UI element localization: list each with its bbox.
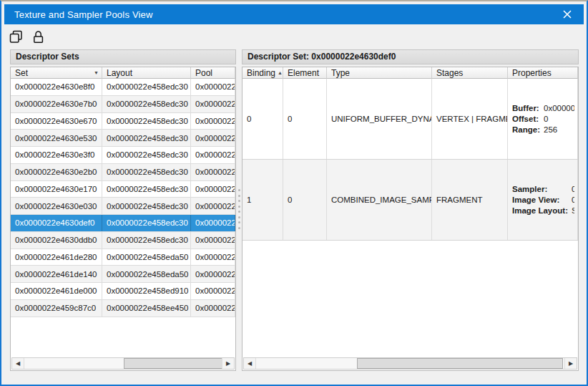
property-label: Offset: bbox=[512, 114, 540, 125]
descriptor-set-row[interactable]: 0x0000022e461de280 0x0000022e458eda50 0x… bbox=[11, 249, 235, 266]
descriptor-set-row[interactable]: 0x0000022e4630e2b0 0x0000022e458edc30 0x… bbox=[11, 164, 235, 181]
pool-cell: 0x0000022e4 bbox=[191, 113, 235, 130]
close-button[interactable] bbox=[558, 4, 577, 24]
column-header-set-label: Set bbox=[15, 68, 28, 78]
set-cell: 0x0000022e4630e170 bbox=[11, 181, 102, 198]
column-header-stages[interactable]: Stages bbox=[432, 67, 508, 79]
column-header-properties-label: Properties bbox=[512, 68, 552, 78]
set-cell: 0x0000022e4630ddb0 bbox=[11, 232, 102, 249]
pool-cell: 0x0000022e4 bbox=[191, 147, 235, 163]
descriptor-set-row[interactable]: 0x0000022e4630e030 0x0000022e458edc30 0x… bbox=[11, 198, 235, 215]
column-header-type-label: Type bbox=[331, 68, 350, 78]
set-cell: 0x0000022e4630e670 bbox=[11, 113, 102, 130]
window-title: Texture and Sampler Pools View bbox=[4, 9, 153, 20]
column-header-element[interactable]: Element bbox=[283, 67, 327, 79]
descriptor-set-row[interactable]: 0x0000022e4630ddb0 0x0000022e458edc30 0x… bbox=[11, 232, 235, 249]
set-cell: 0x0000022e4630e030 bbox=[11, 198, 102, 214]
descriptor-sets-caption: Descriptor Sets bbox=[10, 49, 236, 64]
set-cell: 0x0000022e459c87c0 bbox=[11, 300, 102, 317]
descriptor-set-row[interactable]: 0x0000022e461de140 0x0000022e458eda50 0x… bbox=[11, 266, 235, 283]
scrollbar-thumb[interactable] bbox=[357, 358, 563, 369]
layout-cell: 0x0000022e458edc30 bbox=[102, 198, 191, 214]
descriptor-set-row[interactable]: 0x0000022e4630e170 0x0000022e458edc30 0x… bbox=[11, 181, 235, 198]
descriptor-sets-header: Set ▼ Layout Pool bbox=[11, 67, 235, 79]
column-header-layout[interactable]: Layout bbox=[102, 67, 191, 79]
lock-view-button[interactable] bbox=[30, 28, 47, 45]
element-cell: 0 bbox=[283, 160, 327, 240]
layout-cell: 0x0000022e458edc30 bbox=[102, 232, 191, 249]
scrollbar-thumb[interactable] bbox=[124, 358, 223, 369]
close-icon bbox=[562, 9, 572, 19]
layout-cell: 0x0000022e458edc30 bbox=[102, 96, 191, 112]
pool-cell: 0x0000022e4 bbox=[191, 232, 235, 249]
binding-row[interactable]: 1 0 COMBINED_IMAGE_SAMPLER FRAGMENT Samp… bbox=[242, 160, 578, 241]
column-header-binding[interactable]: Binding ▲ bbox=[242, 67, 283, 79]
descriptor-set-row[interactable]: 0x0000022e4630def0 0x0000022e458edc30 0x… bbox=[11, 215, 235, 232]
titlebar[interactable]: Texture and Sampler Pools View bbox=[4, 4, 584, 24]
stages-cell: FRAGMENT bbox=[432, 160, 508, 240]
descriptor-set-row[interactable]: 0x0000022e4630e8f0 0x0000022e458edc30 0x… bbox=[11, 79, 235, 96]
pool-cell: 0x0000022e4 bbox=[191, 283, 235, 299]
panel-splitter-handle[interactable] bbox=[237, 189, 242, 229]
descriptor-set-row[interactable]: 0x0000022e4630e7b0 0x0000022e458edc30 0x… bbox=[11, 96, 235, 113]
descriptor-set-row[interactable]: 0x0000022e4630e530 0x0000022e458edc30 0x… bbox=[11, 130, 235, 147]
descriptor-set-row[interactable]: 0x0000022e4630e670 0x0000022e458edc30 0x… bbox=[11, 113, 235, 130]
descriptor-set-row[interactable]: 0x0000022e461de000 0x0000022e458ed910 0x… bbox=[11, 283, 235, 300]
set-cell: 0x0000022e4630def0 bbox=[11, 215, 102, 231]
descriptor-detail-hscrollbar[interactable]: ◀ ▶ bbox=[243, 357, 577, 370]
column-header-type[interactable]: Type bbox=[327, 67, 432, 79]
layout-cell: 0x0000022e458edc30 bbox=[102, 79, 191, 95]
pool-cell: 0x0000022e4 bbox=[191, 164, 235, 180]
properties-cell: Sampler: 0x0 Image View: 0x0 Image Layou… bbox=[508, 160, 578, 240]
descriptor-set-row[interactable]: 0x0000022e4630e3f0 0x0000022e458edc30 0x… bbox=[11, 147, 235, 164]
column-header-element-label: Element bbox=[288, 68, 319, 78]
property-label: Range: bbox=[512, 125, 540, 135]
property-value: 256 bbox=[544, 125, 574, 135]
binding-row[interactable]: 0 0 UNIFORM_BUFFER_DYNAMIC VERTEX | FRAG… bbox=[242, 79, 578, 160]
property-label: Image Layout: bbox=[512, 206, 568, 216]
layout-cell: 0x0000022e458ee450 bbox=[102, 300, 191, 317]
sort-ascending-icon: ▲ bbox=[278, 70, 283, 75]
descriptor-sets-table: Set ▼ Layout Pool 0x0000022e4630e8f0 0x0… bbox=[10, 67, 236, 371]
descriptor-sets-hscrollbar[interactable]: ◀ ▶ bbox=[11, 357, 235, 370]
column-header-stages-label: Stages bbox=[436, 68, 463, 78]
scroll-right-arrow-icon[interactable]: ▶ bbox=[222, 358, 234, 369]
column-header-properties[interactable]: Properties bbox=[508, 67, 578, 79]
descriptor-set-detail-caption: Descriptor Set: 0x0000022e4630def0 bbox=[242, 49, 579, 64]
lock-icon bbox=[31, 29, 46, 44]
pool-cell: 0x0000022e4 bbox=[191, 130, 235, 146]
column-header-set[interactable]: Set ▼ bbox=[11, 67, 102, 79]
pool-cell: 0x0000022e4 bbox=[191, 181, 235, 198]
set-cell: 0x0000022e4630e8f0 bbox=[11, 79, 102, 95]
property-label: Image View: bbox=[512, 195, 568, 206]
set-cell: 0x0000022e4630e7b0 bbox=[11, 96, 102, 112]
pool-cell: 0x0000022e4 bbox=[191, 215, 235, 231]
column-header-binding-label: Binding bbox=[247, 68, 275, 78]
duplicate-view-button[interactable] bbox=[8, 28, 25, 45]
layout-cell: 0x0000022e458ed910 bbox=[102, 283, 191, 299]
property-value: 0x0 bbox=[572, 184, 574, 195]
column-header-pool[interactable]: Pool bbox=[191, 67, 235, 79]
property-value: SH bbox=[572, 206, 574, 216]
pool-cell: 0x0000022e4 bbox=[191, 249, 235, 266]
layout-cell: 0x0000022e458edc30 bbox=[102, 147, 191, 163]
layout-cell: 0x0000022e458edc30 bbox=[102, 164, 191, 180]
property-value: 0 bbox=[544, 114, 574, 125]
binding-cell: 1 bbox=[242, 160, 283, 240]
set-cell: 0x0000022e4630e3f0 bbox=[11, 147, 102, 163]
column-header-layout-label: Layout bbox=[107, 68, 132, 78]
descriptor-set-row[interactable]: 0x0000022e459c87c0 0x0000022e458ee450 0x… bbox=[11, 300, 235, 317]
layout-cell: 0x0000022e458edc30 bbox=[102, 113, 191, 130]
layout-cell: 0x0000022e458edc30 bbox=[102, 215, 191, 231]
column-header-pool-label: Pool bbox=[195, 68, 212, 78]
scroll-right-arrow-icon[interactable]: ▶ bbox=[564, 358, 577, 369]
set-cell: 0x0000022e4630e530 bbox=[11, 130, 102, 146]
pool-cell: 0x0000022e4 bbox=[191, 79, 235, 95]
scroll-left-arrow-icon[interactable]: ◀ bbox=[244, 358, 256, 369]
property-value: 0x0000022e4 bbox=[544, 103, 574, 114]
scroll-left-arrow-icon[interactable]: ◀ bbox=[12, 358, 24, 369]
set-cell: 0x0000022e461de000 bbox=[11, 283, 102, 299]
pool-cell: 0x0000022e4 bbox=[191, 300, 235, 317]
layout-cell: 0x0000022e458edc30 bbox=[102, 130, 191, 146]
sort-descending-icon: ▼ bbox=[94, 70, 99, 75]
